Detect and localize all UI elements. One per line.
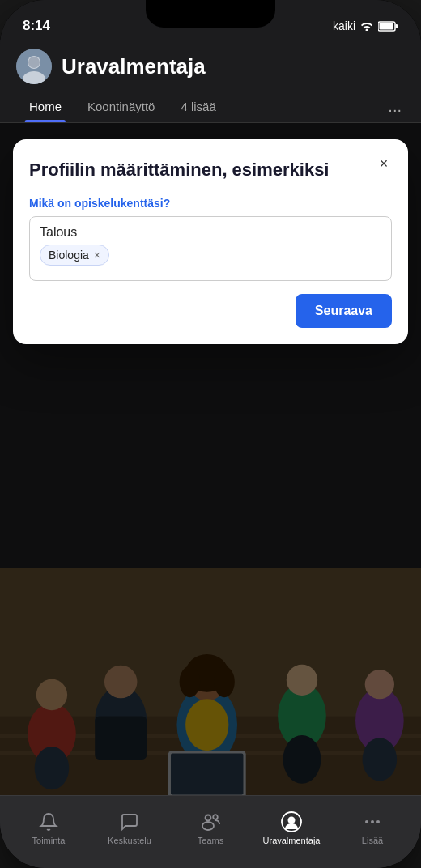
nav-item-more[interactable]: Lisää (332, 811, 413, 845)
wifi-icon (360, 21, 373, 31)
tab-home[interactable]: Home (16, 91, 74, 121)
bell-icon (38, 811, 59, 832)
tab-more-count[interactable]: 4 lisää (168, 91, 228, 121)
tab-more-dots[interactable]: ... (385, 91, 405, 122)
svg-rect-2 (396, 24, 398, 28)
network-label: kaiki (333, 19, 355, 32)
nav-item-uravalmentaja[interactable]: Uravalmentaja (251, 811, 332, 845)
teams-icon (200, 811, 221, 832)
modal-card: × Profiilin määrittäminen, esimerkiksi M… (13, 139, 408, 344)
svg-point-33 (206, 815, 211, 820)
input-plain-text: Talous (40, 225, 381, 240)
tag-text: Biologia (49, 249, 89, 262)
next-button[interactable]: Seuraava (296, 294, 392, 328)
nav-item-chat[interactable]: Keskustelu (89, 811, 170, 845)
svg-point-39 (371, 820, 374, 823)
phone-frame: 8:14 kaiki (0, 0, 421, 868)
tab-koontinaytto[interactable]: Koontinäyttö (74, 91, 168, 121)
nav-label-chat: Keskustelu (108, 836, 151, 845)
svg-point-0 (366, 29, 368, 32)
status-time: 8:14 (23, 18, 50, 34)
chat-icon (119, 811, 140, 832)
nav-item-activity[interactable]: Toiminta (8, 811, 89, 845)
nav-item-teams[interactable]: Teams (170, 811, 251, 845)
svg-point-37 (288, 816, 296, 823)
svg-rect-3 (380, 23, 393, 29)
app-header: Uravalmentaja (0, 40, 421, 84)
nav-label-activity: Toiminta (32, 836, 66, 845)
battery-icon (378, 21, 398, 32)
svg-point-38 (365, 820, 368, 823)
nav-label-teams: Teams (198, 836, 223, 845)
status-icons: kaiki (333, 19, 398, 32)
modal-input-label: Mikä on opiskelukenttäsi? (29, 197, 392, 210)
more-icon (362, 811, 383, 832)
modal-close-button[interactable]: × (372, 152, 395, 175)
page-content: Mukautetut ohjeet to navigate your × Pro… (0, 123, 421, 795)
modal-input-area[interactable]: Talous Biologia × (29, 216, 392, 281)
svg-point-40 (376, 820, 380, 823)
nav-label-more: Lisää (362, 836, 383, 845)
modal-overlay: × Profiilin määrittäminen, esimerkiksi M… (0, 123, 421, 795)
avatar[interactable] (16, 49, 52, 84)
modal-footer: Seuraava (29, 294, 392, 328)
nav-label-uravalmentaja: Uravalmentaja (263, 836, 321, 845)
app-title: Uravalmentaja (62, 54, 206, 79)
svg-point-35 (202, 822, 214, 830)
nav-tabs: Home Koontinäyttö 4 lisää ... (0, 91, 421, 123)
phone-notch (146, 0, 275, 28)
app-content: Uravalmentaja Home Koontinäyttö 4 lisää … (0, 40, 421, 868)
person-circle-icon (281, 811, 302, 832)
input-tag-biologia: Biologia × (40, 245, 109, 266)
svg-point-7 (28, 57, 40, 68)
phone-screen: 8:14 kaiki (0, 0, 421, 868)
tag-remove-button[interactable]: × (94, 249, 100, 262)
bottom-nav: Toiminta Keskustelu (0, 795, 421, 868)
modal-title: Profiilin määrittäminen, esimerkiksi (29, 159, 368, 182)
svg-point-34 (213, 815, 218, 819)
